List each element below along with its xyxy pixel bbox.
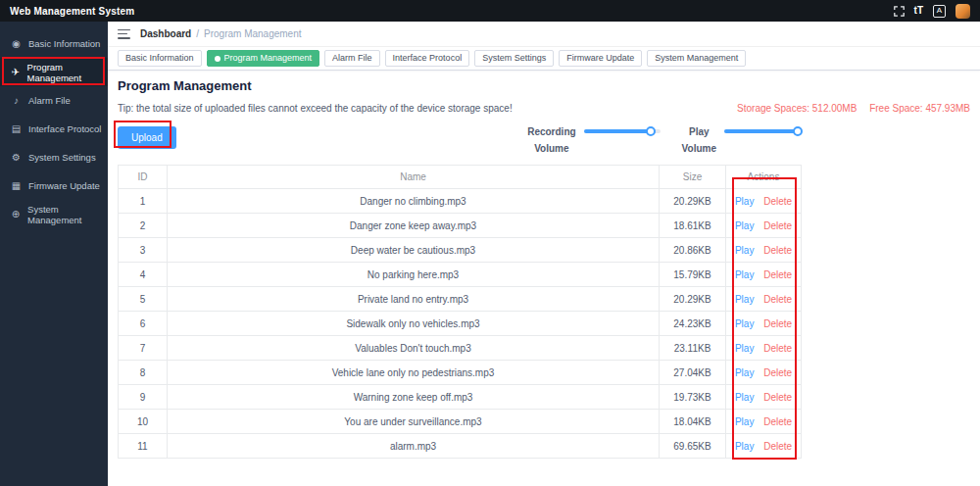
breadcrumb-current: Program Management [204,28,302,39]
delete-link[interactable]: Delete [763,367,792,378]
cell-actions: Play Delete [726,189,802,214]
sidebar-item[interactable]: ▤ Interface Protocol [0,115,108,143]
cell-size: 27.04KB [660,361,726,385]
play-volume-slider[interactable] [724,129,801,133]
header-size: Size [660,166,726,189]
play-link[interactable]: Play [735,269,754,280]
delete-link[interactable]: Delete [763,269,792,280]
sidebar-item-label: Firmware Update [28,180,100,191]
cell-size: 18.04KB [660,410,726,434]
delete-link[interactable]: Delete [763,343,792,354]
tabs-bar: Basic Information Program Management Ala… [108,47,980,71]
volume-sliders: Recording Volume Play Volume [527,123,801,157]
main-panel: Dashboard / Program Management Basic Inf… [108,22,980,486]
cell-name: No parking here.mp3 [168,263,660,287]
table-row: 8 Vehicle lane only no pedestrians.mp3 2… [119,361,802,385]
sidebar-item[interactable]: ◉ Basic Information [0,29,108,58]
files-table: ID Name Size Actions 1 Danger no climbin… [118,165,802,459]
cell-size: 20.29KB [660,287,726,312]
tab-label: Firmware Update [566,53,634,65]
play-link[interactable]: Play [735,220,754,231]
sidebar-item[interactable]: ⚙ System Settings [0,143,108,171]
cell-size: 23.11KB [660,336,726,361]
sidebar-item-label: Program Management [27,62,108,83]
sidebar-item[interactable]: ⊕ System Management [0,200,108,228]
table-row: 5 Private land no entry.mp3 20.29KB Play… [119,287,802,312]
cell-id: 7 [119,336,168,361]
cell-size: 20.29KB [660,189,726,214]
cell-actions: Play Delete [726,263,802,287]
tab[interactable]: Alarm File [324,50,380,68]
tab[interactable]: Basic Information [118,50,202,68]
cell-size: 19.73KB [660,385,726,410]
cell-size: 15.79KB [660,263,726,287]
sidebar-item-icon: ◉ [11,38,22,49]
tip-text: Tip: the total size of uploaded files ca… [118,103,513,114]
delete-link[interactable]: Delete [763,318,792,329]
breadcrumb-root[interactable]: Dashboard [140,28,191,39]
sidebar-item-label: Basic Information [28,38,100,49]
sidebar-item-icon: ✈ [11,67,21,77]
sidebar-item[interactable]: ♪ Alarm File [0,86,108,115]
cell-name: Sidewalk only no vehicles.mp3 [168,312,660,336]
delete-link[interactable]: Delete [763,294,792,305]
cell-id: 3 [119,238,168,263]
sidebar-item[interactable]: ▦ Firmware Update [0,171,108,200]
cell-name: Danger no climbing.mp3 [168,189,660,214]
cell-actions: Play Delete [726,238,802,263]
breadcrumb-bar: Dashboard / Program Management [108,22,980,47]
header-actions: Actions [726,166,802,189]
cell-id: 11 [119,434,168,459]
play-link[interactable]: Play [735,294,754,305]
play-link[interactable]: Play [735,196,754,207]
cell-name: Danger zone keep away.mp3 [168,214,660,238]
table-row: 2 Danger zone keep away.mp3 18.61KB Play… [119,214,802,238]
language-icon[interactable]: A [933,5,946,18]
delete-link[interactable]: Delete [763,416,792,427]
tab[interactable]: System Settings [474,50,554,68]
sidebar-item-label: System Management [27,204,108,225]
recording-volume-slider[interactable] [584,129,661,133]
slider-handle[interactable] [646,126,656,136]
delete-link[interactable]: Delete [763,441,792,452]
delete-link[interactable]: Delete [763,392,792,403]
tab-label: System Settings [482,53,546,65]
delete-link[interactable]: Delete [763,196,792,207]
play-link[interactable]: Play [735,318,754,329]
upload-button[interactable]: Upload [118,126,176,149]
cell-name: Warning zone keep off.mp3 [168,385,660,410]
sidebar-item-label: Alarm File [28,95,71,106]
tab[interactable]: Program Management [207,50,320,68]
table-row: 4 No parking here.mp3 15.79KB Play Delet… [119,263,802,287]
recording-volume-group: Recording Volume [527,123,660,157]
table-row: 10 You are under surveillance.mp3 18.04K… [119,410,802,434]
delete-link[interactable]: Delete [763,245,792,256]
tab-label: Alarm File [332,53,372,65]
menu-toggle-icon[interactable] [118,29,130,39]
cell-name: Private land no entry.mp3 [168,287,660,312]
play-link[interactable]: Play [735,245,754,256]
play-link[interactable]: Play [735,416,754,427]
controls-row: Upload Recording Volume [118,123,801,157]
tab[interactable]: System Management [647,50,746,68]
breadcrumb-separator: / [196,28,199,39]
sidebar-item[interactable]: ✈ Program Management [0,58,108,86]
play-link[interactable]: Play [735,343,754,354]
tab[interactable]: Interface Protocol [385,50,470,68]
play-link[interactable]: Play [735,392,754,403]
slider-handle[interactable] [793,126,803,136]
cell-id: 1 [119,189,168,214]
cell-name: Valuables Don't touch.mp3 [168,336,660,361]
avatar[interactable] [956,4,970,19]
play-link[interactable]: Play [735,441,754,452]
cell-id: 4 [119,263,168,287]
tab[interactable]: Firmware Update [559,50,642,68]
delete-link[interactable]: Delete [763,220,792,231]
table-row: 11 alarm.mp3 69.65KB Play Delete [119,434,802,459]
sidebar-item-icon: ▤ [11,123,22,134]
cell-actions: Play Delete [726,312,802,336]
play-link[interactable]: Play [735,367,754,378]
fullscreen-icon[interactable] [894,6,905,17]
font-size-icon[interactable]: tT [914,6,923,16]
slider-fill [584,129,652,133]
